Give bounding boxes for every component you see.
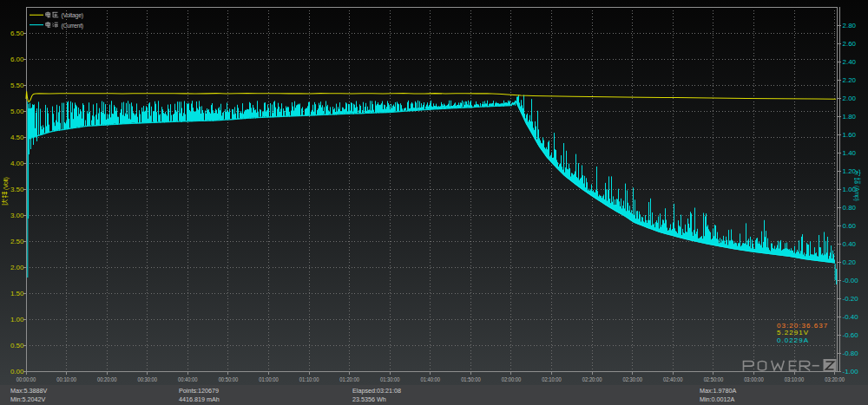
svg-text:3.00: 3.00 (10, 212, 24, 219)
svg-text:0.00: 0.00 (10, 368, 24, 376)
svg-text:(Current): (Current) (62, 23, 83, 29)
svg-text:4416.819 mAh: 4416.819 mAh (179, 395, 220, 403)
svg-text:0.0229A: 0.0229A (777, 336, 809, 344)
svg-text:-0.60: -0.60 (843, 331, 859, 339)
svg-text:6.50: 6.50 (10, 29, 24, 37)
svg-text:01:20:00: 01:20:00 (339, 376, 359, 382)
svg-text:02:40:00: 02:40:00 (663, 376, 683, 382)
svg-text:0.80: 0.80 (843, 204, 857, 212)
svg-text:-0.40: -0.40 (843, 313, 859, 321)
svg-text:-0.00: -0.00 (843, 277, 859, 284)
svg-text:0.40: 0.40 (843, 240, 857, 248)
svg-text:5.50: 5.50 (10, 82, 24, 89)
svg-text:03:10:00: 03:10:00 (785, 376, 805, 382)
svg-text:2.60: 2.60 (843, 40, 857, 48)
svg-text:Elapsed:03:21:08: Elapsed:03:21:08 (352, 387, 401, 395)
svg-text:(Volt): (Volt) (3, 177, 10, 190)
svg-text:1.80: 1.80 (843, 113, 857, 121)
svg-text:00:50:00: 00:50:00 (219, 376, 239, 382)
svg-text:01:00:00: 01:00:00 (259, 376, 279, 382)
svg-text:00:30:00: 00:30:00 (137, 376, 157, 382)
svg-text:5.00: 5.00 (10, 108, 24, 115)
svg-text:-0.80: -0.80 (843, 349, 859, 357)
svg-text:0.20: 0.20 (843, 258, 857, 266)
svg-text:23.5356 Wh: 23.5356 Wh (352, 395, 386, 403)
svg-text:2.40: 2.40 (843, 58, 857, 66)
svg-text:(Amp): (Amp) (853, 186, 860, 201)
svg-text:00:00:00: 00:00:00 (16, 376, 36, 382)
svg-text:2.00: 2.00 (10, 264, 24, 271)
svg-text:02:20:00: 02:20:00 (582, 376, 602, 382)
svg-text:6.00: 6.00 (10, 56, 24, 63)
svg-text:02:30:00: 02:30:00 (622, 376, 642, 382)
svg-text:Min:5.2042V: Min:5.2042V (10, 395, 46, 403)
svg-text:4.00: 4.00 (10, 160, 24, 167)
svg-text:03:20:00: 03:20:00 (825, 376, 845, 382)
svg-text:(Voltage): (Voltage) (62, 12, 83, 19)
svg-text:2.80: 2.80 (843, 22, 857, 29)
svg-text:1.20: 1.20 (843, 167, 857, 175)
svg-text:02:00:00: 02:00:00 (502, 376, 522, 382)
svg-text:01:30:00: 01:30:00 (380, 376, 400, 382)
svg-text:4.50: 4.50 (10, 134, 24, 141)
svg-text:Max:1.9780A: Max:1.9780A (700, 387, 737, 395)
svg-text:1.60: 1.60 (843, 131, 857, 139)
svg-text:00:10:00: 00:10:00 (56, 376, 76, 382)
svg-text:01:50:00: 01:50:00 (461, 376, 481, 382)
svg-text:01:40:00: 01:40:00 (421, 376, 441, 382)
svg-text:02:50:00: 02:50:00 (704, 376, 724, 382)
svg-text:00:20:00: 00:20:00 (97, 376, 117, 382)
svg-text:2.20: 2.20 (843, 76, 857, 84)
svg-text:Min:0.0012A: Min:0.0012A (700, 395, 735, 403)
svg-text:-1.00: -1.00 (843, 368, 859, 376)
svg-text:01:10:00: 01:10:00 (299, 376, 319, 382)
svg-text:0.50: 0.50 (10, 342, 24, 349)
svg-text:Points:120679: Points:120679 (179, 387, 219, 395)
svg-text:00:40:00: 00:40:00 (178, 376, 198, 382)
svg-text:1.00: 1.00 (10, 316, 24, 323)
svg-text:02:10:00: 02:10:00 (542, 376, 562, 382)
svg-text:0.60: 0.60 (843, 222, 857, 230)
svg-text:Max:5.3888V: Max:5.3888V (10, 387, 48, 395)
svg-text:3.50: 3.50 (10, 186, 24, 193)
svg-text:1.50: 1.50 (10, 290, 24, 297)
svg-text:2.00: 2.00 (843, 95, 857, 102)
svg-text:-0.20: -0.20 (843, 295, 859, 303)
svg-text:1.40: 1.40 (843, 149, 857, 157)
svg-text:2.50: 2.50 (10, 238, 24, 245)
svg-text:03:00:00: 03:00:00 (744, 376, 764, 382)
